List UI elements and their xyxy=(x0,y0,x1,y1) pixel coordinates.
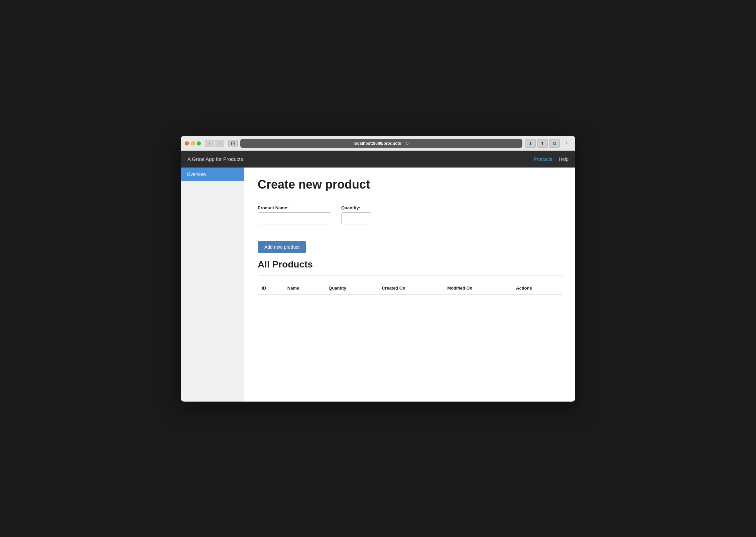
nav-link-products[interactable]: Products xyxy=(534,156,552,162)
nav-links: Products Help xyxy=(534,156,569,162)
col-header-modified-on: Modified On xyxy=(443,282,512,294)
quantity-input[interactable] xyxy=(341,212,371,224)
app-title: A Great App for Products xyxy=(187,156,534,162)
browser-actions: ⬇ ⬆ ⧉ xyxy=(525,139,560,148)
sidebar: Overview xyxy=(181,168,244,402)
sidebar-icon: ⊡ xyxy=(231,140,235,146)
product-name-label: Product Name: xyxy=(258,205,331,210)
share-button[interactable]: ⬆ xyxy=(537,139,548,148)
browser-chrome: ‹ › ⊡ localhost:8080/products ↻ ⬇ xyxy=(181,136,575,151)
copy-button[interactable]: ⧉ xyxy=(549,139,560,148)
quantity-field: Quantity: xyxy=(341,205,371,224)
col-header-name: Name xyxy=(283,282,325,294)
quantity-label: Quantity: xyxy=(341,205,371,210)
table-divider xyxy=(258,275,562,276)
nav-link-help[interactable]: Help xyxy=(559,156,569,162)
add-product-button[interactable]: Add new product xyxy=(258,241,306,253)
col-header-id: ID xyxy=(258,282,283,294)
all-products-title: All Products xyxy=(258,259,562,270)
table-header: ID Name Quantity Created On Modified On … xyxy=(258,282,562,294)
share-icon: ⬆ xyxy=(540,141,544,146)
copy-icon: ⧉ xyxy=(553,140,556,146)
address-bar[interactable]: localhost:8080/products ↻ xyxy=(240,139,522,148)
back-icon: ‹ xyxy=(209,141,210,145)
traffic-lights xyxy=(185,141,201,145)
main-content: Create new product Product Name: Quantit… xyxy=(244,168,575,402)
app-nav: A Great App for Products Products Help xyxy=(181,151,575,168)
close-button[interactable] xyxy=(185,141,189,145)
col-header-actions: Actions xyxy=(512,282,562,294)
create-product-form: Product Name: Quantity: xyxy=(258,205,562,224)
browser-top-bar: ‹ › ⊡ localhost:8080/products ↻ ⬇ xyxy=(185,139,571,148)
reload-button[interactable]: ↻ xyxy=(405,141,409,146)
page-title: Create new product xyxy=(258,178,562,197)
col-header-quantity: Quantity xyxy=(325,282,378,294)
products-table: ID Name Quantity Created On Modified On … xyxy=(258,282,562,295)
app-body: Overview Create new product Product Name… xyxy=(181,168,575,402)
url-display: localhost:8080/products xyxy=(354,141,401,146)
table-header-row: ID Name Quantity Created On Modified On … xyxy=(258,282,562,294)
sidebar-item-overview[interactable]: Overview xyxy=(181,168,244,181)
col-header-created-on: Created On xyxy=(378,282,443,294)
sidebar-toggle-button[interactable]: ⊡ xyxy=(228,140,238,147)
forward-icon: › xyxy=(219,141,220,145)
minimize-button[interactable] xyxy=(191,141,195,145)
product-name-field: Product Name: xyxy=(258,205,331,224)
forward-button[interactable]: › xyxy=(215,140,224,147)
new-tab-button[interactable]: + xyxy=(562,139,571,148)
back-button[interactable]: ‹ xyxy=(205,140,214,147)
browser-window: ‹ › ⊡ localhost:8080/products ↻ ⬇ xyxy=(181,136,575,402)
maximize-button[interactable] xyxy=(197,141,201,145)
nav-buttons: ‹ › xyxy=(205,140,224,147)
download-icon: ⬇ xyxy=(528,141,532,146)
download-button[interactable]: ⬇ xyxy=(525,139,536,148)
product-name-input[interactable] xyxy=(258,212,331,224)
new-tab-icon: + xyxy=(565,140,569,147)
